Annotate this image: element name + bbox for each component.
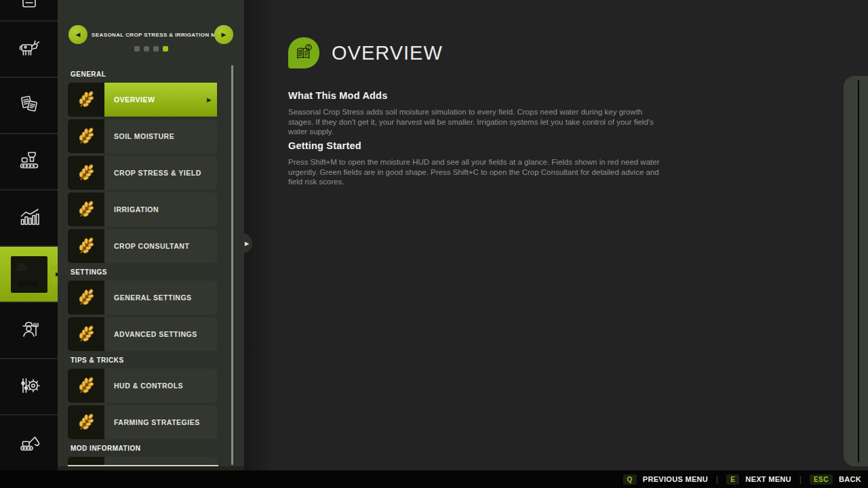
page-header: ? OVERVIEW — [288, 37, 443, 68]
cow-icon — [16, 35, 43, 64]
section-heading: What This Mod Adds — [288, 90, 668, 101]
menu-item-farming-strategies[interactable]: FARMING STRATEGIES — [68, 405, 217, 439]
content-section-what-this-mod-adds: What This Mod Adds Seasonal Crop Stress … — [288, 90, 668, 137]
menu-item-mod-info-partial[interactable] — [68, 457, 217, 465]
rail-tab-vehicles[interactable] — [0, 0, 58, 20]
hint-label: BACK — [839, 475, 861, 483]
menu-item-general-settings[interactable]: GENERAL SETTINGS — [68, 281, 217, 314]
menu-item-label: FARMING STRATEGIES — [104, 405, 217, 439]
menu-item-label: GENERAL SETTINGS — [104, 281, 217, 314]
page-title: OVERVIEW — [332, 42, 443, 64]
page-dot-1[interactable] — [134, 46, 140, 52]
wheat-icon — [68, 229, 104, 263]
key-e: E — [726, 474, 739, 485]
screen: ▶ — [0, 0, 868, 488]
documents-icon — [16, 91, 43, 121]
hint-label: PREVIOUS MENU — [643, 475, 708, 483]
main-menu-icon-rail: ▶ — [0, 0, 58, 470]
wheat-icon — [68, 83, 104, 117]
vehicle-partial-icon — [16, 0, 43, 20]
menu-title: SEASONAL CROP STRESS & IRRIGATION MA... — [87, 32, 214, 38]
hint-separator: | — [716, 474, 718, 484]
mod-menu-panel: ◀ SEASONAL CROP STRESS & IRRIGATION MA..… — [58, 0, 244, 488]
menu-item-label: HUD & CONTROLS — [104, 369, 217, 403]
sliders-gear-icon — [16, 372, 43, 402]
section-label-mod-information: MOD INFORMATION — [71, 445, 217, 452]
menu-item-label: CROP CONSULTANT — [104, 229, 217, 263]
svg-text:?: ? — [307, 45, 310, 49]
scroll-groove — [858, 80, 860, 462]
hint-separator: | — [800, 474, 802, 484]
hint-label: NEXT MENU — [745, 475, 791, 483]
hint-next-menu[interactable]: E NEXT MENU — [726, 474, 791, 485]
list-bottom-divider — [68, 465, 218, 466]
wheat-icon — [68, 369, 104, 403]
wheat-icon — [68, 119, 104, 153]
page-dot-3[interactable] — [153, 46, 159, 52]
prev-page-button[interactable]: ◀ — [68, 25, 87, 44]
menu-item-label: SOIL MOISTURE — [104, 119, 217, 153]
menu-item-label: CROP STRESS & YIELD — [104, 156, 217, 190]
content-area: ? OVERVIEW What This Mod Adds Seasonal C… — [244, 0, 868, 470]
section-body: Seasonal Crop Stress adds soil moisture … — [288, 107, 668, 137]
content-section-getting-started: Getting Started Press Shift+M to open th… — [288, 140, 668, 187]
menu-item-label — [104, 457, 217, 465]
menu-pager: ◀ SEASONAL CROP STRESS & IRRIGATION MA..… — [58, 23, 244, 46]
production-icon — [16, 147, 43, 177]
key-esc: ESC — [810, 474, 833, 485]
section-label-settings: SETTINGS — [71, 268, 217, 276]
wheat-icon — [68, 192, 104, 226]
wheat-icon — [68, 317, 104, 351]
menu-item-label: ADVANCED SETTINGS — [104, 317, 217, 351]
content-scroll-edge[interactable] — [844, 76, 868, 466]
menu-item-list: GENERAL OVERVIEW ▶ — [68, 65, 217, 465]
rail-tab-animals[interactable] — [0, 20, 58, 77]
menu-item-crop-stress-yield[interactable]: CROP STRESS & YIELD — [68, 156, 217, 190]
menu-item-label: IRRIGATION — [104, 192, 217, 226]
wheat-icon — [68, 405, 104, 439]
wheat-icon — [68, 281, 104, 314]
excavator-icon — [16, 428, 43, 458]
section-body: Press Shift+M to open the moisture HUD a… — [288, 157, 668, 187]
section-label-tips-tricks: TIPS & TRICKS — [71, 357, 217, 364]
rail-tab-settings[interactable] — [0, 358, 58, 414]
key-hint-bar: Q PREVIOUS MENU | E NEXT MENU | ESC BACK — [0, 470, 868, 488]
menu-item-crop-consultant[interactable]: CROP CONSULTANT — [68, 229, 217, 263]
menu-item-advanced-settings[interactable]: ADVANCED SETTINGS — [68, 317, 217, 351]
bar-chart-icon — [16, 203, 43, 233]
next-page-button[interactable]: ▶ — [214, 25, 233, 44]
rail-tab-construction[interactable] — [0, 414, 58, 470]
hint-back[interactable]: ESC BACK — [810, 474, 861, 485]
section-heading: Getting Started — [288, 140, 668, 151]
menu-scrollbar[interactable] — [231, 65, 233, 465]
menu-item-overview[interactable]: OVERVIEW ▶ — [68, 83, 217, 117]
menu-item-irrigation[interactable]: IRRIGATION — [68, 192, 217, 226]
hint-previous-menu[interactable]: Q PREVIOUS MENU — [623, 474, 708, 485]
rail-tab-career[interactable] — [0, 302, 58, 358]
rail-tab-contracts[interactable] — [0, 77, 58, 133]
wheat-icon — [68, 156, 104, 190]
menu-item-soil-moisture[interactable]: SOIL MOISTURE — [68, 119, 217, 153]
help-book-icon: ? — [288, 37, 319, 68]
page-dot-2[interactable] — [144, 46, 149, 52]
section-label-general: GENERAL — [71, 70, 217, 78]
rail-tab-production[interactable] — [0, 133, 58, 189]
key-q: Q — [623, 474, 637, 485]
menu-item-label: OVERVIEW ▶ — [104, 83, 217, 117]
farmer-icon — [16, 316, 43, 346]
selected-item-arrow-icon: ▶ — [207, 97, 212, 103]
rail-tab-statistics[interactable] — [0, 189, 58, 245]
page-dots — [58, 46, 244, 52]
rail-tab-mod-selected[interactable]: ▶ — [0, 245, 58, 302]
mod-thumbnail-icon — [11, 256, 47, 293]
page-dot-4-active[interactable] — [163, 46, 168, 52]
hat-icon — [68, 457, 104, 465]
menu-item-hud-controls[interactable]: HUD & CONTROLS — [68, 369, 217, 403]
